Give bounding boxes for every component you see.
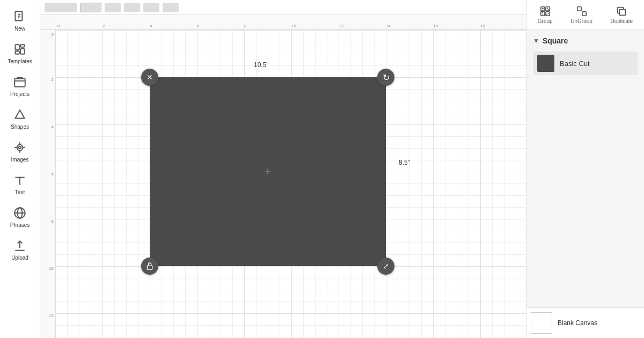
top-toolbar [40, 0, 526, 15]
phrases-icon [13, 206, 27, 220]
right-panel: Group UnGroup Duplicate ▼ Square [526, 0, 644, 338]
group-label: Group [538, 18, 553, 24]
ungroup-label: UnGroup [570, 18, 592, 24]
duplicate-button[interactable]: Duplicate [606, 3, 637, 26]
main-area: 0 2 4 6 8 10 12 14 16 18 20 0 2 4 6 8 10… [40, 0, 526, 338]
sidebar-item-templates[interactable]: Templates [0, 37, 40, 70]
svg-point-10 [17, 145, 23, 151]
dimension-width-label: 10.5" [254, 61, 269, 69]
center-cross: + [265, 165, 272, 179]
blank-canvas-label: Blank Canvas [558, 319, 597, 327]
svg-rect-27 [546, 12, 550, 16]
text-icon [13, 173, 27, 187]
ungroup-button[interactable]: UnGroup [566, 3, 597, 26]
shape-header: ▼ Square [533, 36, 638, 45]
sidebar-item-phrases[interactable]: Phrases [0, 201, 40, 233]
group-button[interactable]: Group [533, 3, 557, 26]
handle-resize[interactable]: ⤢ [377, 258, 394, 275]
canvas-grid[interactable]: + ✕ ↻ ⤢ 10.5" 8.5" [55, 30, 526, 338]
ruler-h-0: 0 [57, 24, 60, 28]
ruler-v-8: 8 [52, 219, 54, 224]
shape-section: ▼ Square Basic Cut [526, 30, 644, 82]
svg-rect-26 [540, 12, 544, 16]
ruler-top: 0 2 4 6 8 10 12 14 16 18 20 [55, 15, 526, 30]
svg-rect-7 [15, 51, 19, 54]
shapes-icon [13, 108, 27, 122]
ruler-h-10: 10 [291, 24, 296, 28]
svg-rect-25 [546, 7, 550, 11]
ruler-h-2: 2 [103, 24, 105, 28]
ruler-h-16: 16 [433, 24, 438, 28]
sidebar-item-text[interactable]: Text [0, 168, 40, 201]
shape-item[interactable]: Basic Cut [533, 52, 638, 75]
svg-rect-23 [147, 266, 152, 269]
svg-rect-33 [620, 9, 626, 15]
svg-marker-9 [15, 110, 24, 118]
templates-icon [13, 42, 27, 56]
handle-delete[interactable]: ✕ [141, 69, 158, 86]
shape-item-name: Basic Cut [560, 60, 590, 68]
ruler-v-6: 6 [52, 172, 54, 177]
ruler-h-18: 18 [480, 24, 485, 28]
sidebar-item-projects[interactable]: Projects [0, 70, 40, 102]
shape-section-title: Square [543, 36, 568, 45]
rotate-icon: ↻ [383, 72, 390, 83]
expand-icon: ⤢ [383, 262, 389, 270]
sidebar-item-shapes[interactable]: Shapes [0, 102, 40, 135]
group-icon [539, 5, 551, 17]
svg-rect-28 [542, 9, 548, 14]
sidebar-item-images[interactable]: Images [0, 135, 40, 168]
canvas-wrapper: 0 2 4 6 8 10 12 14 16 18 20 0 2 4 6 8 10… [40, 15, 526, 338]
ruler-h-4: 4 [150, 24, 152, 28]
svg-point-11 [19, 146, 21, 149]
ruler-v-10: 10 [49, 266, 54, 271]
ruler-h-14: 14 [386, 24, 391, 28]
svg-rect-29 [577, 7, 581, 11]
svg-rect-30 [582, 12, 586, 16]
new-icon [13, 10, 27, 24]
ruler-v-2: 2 [52, 77, 54, 82]
chevron-icon: ▼ [533, 37, 539, 45]
ruler-v-4: 4 [52, 124, 54, 129]
svg-rect-6 [20, 49, 25, 54]
ruler-v-0: 0 [52, 32, 54, 37]
shape-square[interactable]: + [150, 77, 386, 266]
svg-rect-4 [15, 45, 19, 50]
sidebar-item-new[interactable]: New [0, 4, 40, 37]
handle-lock[interactable] [141, 258, 158, 275]
close-icon: ✕ [147, 73, 153, 82]
ruler-h-6: 6 [197, 24, 199, 28]
ungroup-icon [576, 5, 588, 17]
lock-aspect-icon [145, 262, 154, 270]
panel-header: Group UnGroup Duplicate [526, 0, 644, 30]
dimension-height-label: 8.5" [399, 159, 410, 166]
ruler-v-12: 12 [49, 313, 54, 318]
handle-rotate[interactable]: ↻ [377, 69, 394, 86]
ruler-h-8: 8 [244, 24, 246, 28]
images-icon [13, 141, 27, 155]
svg-rect-24 [540, 7, 544, 11]
ruler-h-12: 12 [339, 24, 343, 28]
blank-canvas-thumbnail [531, 312, 552, 334]
svg-rect-5 [20, 45, 25, 47]
blank-canvas-footer[interactable]: Blank Canvas [526, 307, 644, 338]
svg-rect-8 [14, 79, 25, 87]
sidebar: New Templates Projects Shapes [0, 0, 40, 338]
projects-icon [13, 75, 27, 89]
ruler-corner [40, 15, 55, 30]
duplicate-label: Duplicate [610, 18, 633, 24]
shape-thumbnail [537, 55, 554, 72]
sidebar-item-upload[interactable]: Upload [0, 233, 40, 266]
ruler-left: 0 2 4 6 8 10 12 [40, 30, 55, 338]
duplicate-icon [616, 5, 627, 17]
upload-icon [13, 239, 27, 253]
